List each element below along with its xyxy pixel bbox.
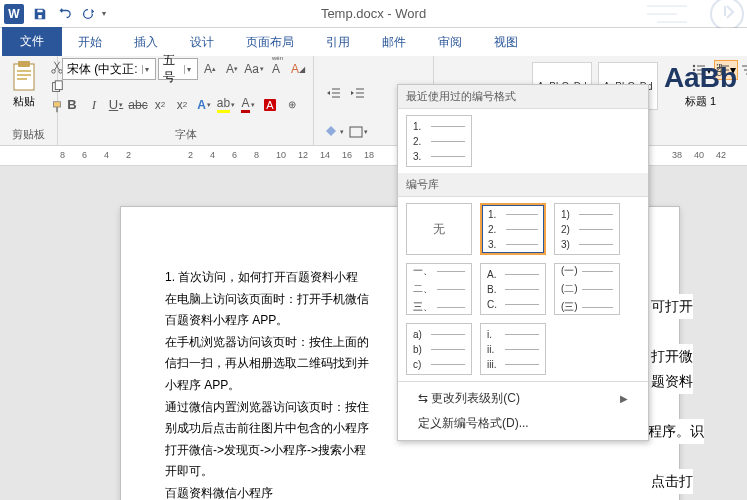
subscript-button[interactable]: x2 [150, 94, 170, 116]
clipboard-label: 剪贴板 [4, 127, 53, 143]
char-shading-button[interactable]: ⊕ [282, 94, 302, 116]
tab-review[interactable]: 审阅 [422, 29, 478, 56]
doc-fragment: 题资料 [651, 369, 693, 394]
svg-rect-4 [17, 74, 31, 76]
tab-mailings[interactable]: 邮件 [366, 29, 422, 56]
borders-button[interactable]: ▾ [348, 121, 368, 143]
word-app-icon: W [4, 4, 24, 24]
superscript-button[interactable]: x2 [172, 94, 192, 116]
svg-rect-18 [350, 127, 362, 137]
char-border-button[interactable]: A [260, 94, 280, 116]
numbering-thumb-dot[interactable]: 1. 2. 3. [480, 203, 546, 255]
change-list-level-item[interactable]: ⇆ 更改列表级别(C)▶ [398, 386, 648, 411]
save-icon[interactable] [30, 4, 50, 24]
window-title: Temp.docx - Word [321, 6, 426, 21]
tab-references[interactable]: 引用 [310, 29, 366, 56]
font-color-button[interactable]: A▾ [238, 94, 258, 116]
numbering-thumb-roman[interactable]: i. ii. iii. [480, 323, 546, 375]
doc-fragment: 打开微 [651, 344, 693, 369]
svg-rect-3 [17, 70, 31, 72]
svg-point-0 [711, 0, 743, 28]
numbering-thumb-dot-recent[interactable]: 1. 2. 3. [406, 115, 472, 167]
font-size-combo[interactable]: 五号▾ [158, 58, 198, 80]
define-new-format-item[interactable]: 定义新编号格式(D)... [398, 411, 648, 436]
shrink-font-icon[interactable]: A▾ [222, 58, 242, 80]
style-heading1-label: 标题 1 [685, 94, 716, 109]
shading-button[interactable]: ▾ [324, 121, 344, 143]
doc-line[interactable]: 百题资料微信小程序 [165, 483, 635, 500]
change-case-button[interactable]: Aa▾ [244, 58, 264, 80]
numbering-thumb-chinese-paren[interactable]: (一) (二) (三) [554, 263, 620, 315]
panel-header-recent: 最近使用过的编号格式 [398, 85, 648, 109]
group-font: 宋体 (中文正:▾ 五号▾ A▴ A▾ Aa▾ wénA A◢ B I U▾ a… [58, 56, 314, 145]
title-bar: W ▾ Temp.docx - Word [0, 0, 747, 28]
numbering-dropdown-panel: 最近使用过的编号格式 1. 2. 3. 编号库 无 1. 2. 3. 1) 2)… [397, 84, 649, 441]
doc-fragment: 程序。识 [648, 419, 704, 444]
tab-view[interactable]: 视图 [478, 29, 534, 56]
svg-point-6 [52, 70, 56, 74]
numbering-thumb-none[interactable]: 无 [406, 203, 472, 255]
doc-line[interactable]: 开即可。 [165, 461, 635, 483]
tab-layout[interactable]: 页面布局 [230, 29, 310, 56]
text-effects-button[interactable]: A▾ [194, 94, 214, 116]
bold-button[interactable]: B [62, 94, 82, 116]
group-clipboard: 粘贴 剪贴板 [0, 56, 58, 145]
numbering-thumb-abc-upper[interactable]: A. B. C. [480, 263, 546, 315]
quick-access-toolbar: ▾ [30, 4, 106, 24]
panel-header-library: 编号库 [398, 173, 648, 197]
svg-rect-5 [17, 78, 27, 80]
clear-format-icon[interactable]: A◢ [288, 58, 308, 80]
doc-fragment: 点击打 [651, 469, 693, 494]
grow-font-icon[interactable]: A▴ [200, 58, 220, 80]
increase-indent-icon[interactable] [348, 82, 368, 104]
strike-button[interactable]: abc [128, 94, 148, 116]
paste-button[interactable]: 粘贴 [4, 58, 44, 111]
font-group-label: 字体 [62, 127, 309, 143]
doc-fragment: 可打开 [651, 294, 693, 319]
title-decoration [627, 0, 747, 28]
svg-rect-2 [18, 61, 30, 67]
underline-button[interactable]: U▾ [106, 94, 126, 116]
doc-line[interactable]: 打开微信->发现页->小程序->搜索小程 [165, 440, 635, 462]
tab-home[interactable]: 开始 [62, 29, 118, 56]
decrease-indent-icon[interactable] [324, 82, 344, 104]
numbering-thumb-paren[interactable]: 1) 2) 3) [554, 203, 620, 255]
phonetic-guide-icon[interactable]: wénA [266, 58, 286, 80]
highlight-button[interactable]: ab▾ [216, 94, 236, 116]
paste-label: 粘贴 [13, 94, 35, 109]
numbering-thumb-chinese[interactable]: 一、 二、 三、 [406, 263, 472, 315]
numbering-thumb-abc-lower[interactable]: a) b) c) [406, 323, 472, 375]
svg-rect-1 [14, 64, 34, 90]
italic-button[interactable]: I [84, 94, 104, 116]
redo-icon[interactable] [78, 4, 98, 24]
ribbon-tabs: 文件 开始 插入 设计 页面布局 引用 邮件 审阅 视图 [0, 28, 747, 56]
undo-icon[interactable] [54, 4, 74, 24]
paste-icon [8, 60, 40, 94]
qat-customize-icon[interactable]: ▾ [102, 9, 106, 18]
tab-file[interactable]: 文件 [2, 27, 62, 56]
font-name-combo[interactable]: 宋体 (中文正:▾ [62, 58, 156, 80]
style-heading1-preview[interactable]: AaBb [664, 62, 737, 94]
